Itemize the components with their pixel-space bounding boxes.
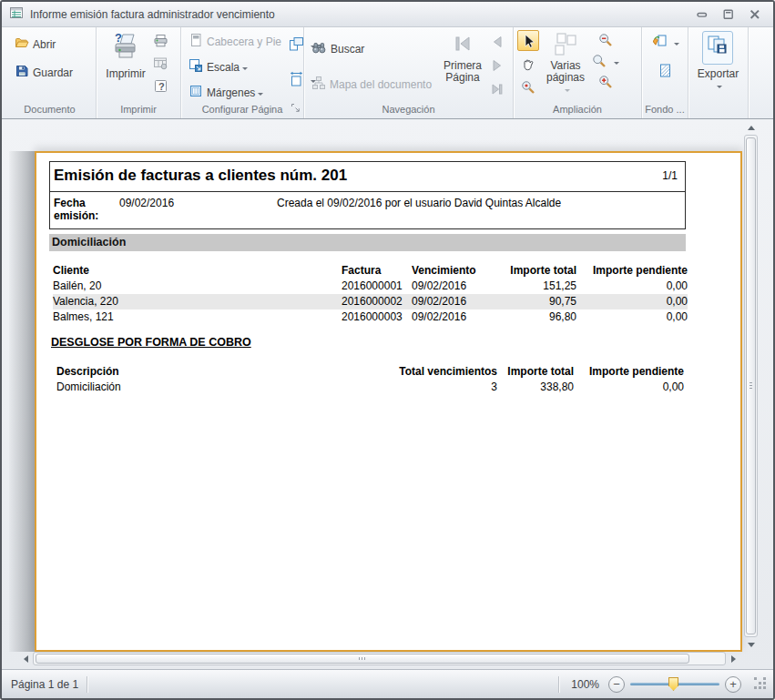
search-button[interactable]: Buscar (308, 38, 437, 60)
paint-bucket-page-icon (651, 33, 668, 52)
next-page-button (488, 56, 506, 75)
window-title: Informe emisión factura administrador ve… (30, 8, 696, 21)
zoom-decrease-button[interactable]: − (608, 676, 625, 693)
orientation-icon (289, 36, 304, 55)
first-page-icon (452, 33, 474, 57)
group-label-fondo: Fondo ... (642, 103, 688, 118)
save-button[interactable]: Guardar (11, 62, 92, 83)
report-created-text: Creada el 09/02/2016 por el usuario Davi… (277, 197, 561, 222)
vertical-scrollbar[interactable] (743, 121, 759, 651)
scroll-down-arrow[interactable] (743, 638, 759, 651)
zoom-percent: 100% (571, 678, 599, 691)
horizontal-scroll-thumb[interactable] (36, 654, 689, 664)
report-page-indicator: 1/1 (662, 169, 678, 182)
invoices-table: Cliente Factura Vencimiento Importe tota… (53, 263, 688, 325)
ribbon-group-configurar: Cabecera y Pie Escala Márgenes (180, 27, 303, 118)
zoom-level-button[interactable] (592, 54, 619, 69)
table-row: Balmes, 121 2016000003 09/02/2016 96,80 … (53, 309, 688, 325)
last-page-button (488, 80, 506, 98)
group-label-ampliacion: Ampliación (514, 103, 641, 118)
watermark-color-button[interactable] (649, 33, 681, 52)
page-shadow (9, 151, 35, 652)
report-header-box: Emisión de facturas a clientes núm. 201 … (49, 161, 686, 229)
zoom-tool-button[interactable] (517, 77, 539, 98)
preview-area: Emisión de facturas a clientes núm. 201 … (2, 119, 773, 669)
margins-icon (189, 84, 203, 101)
report-title: Emisión de facturas a clientes núm. 201 (54, 167, 662, 185)
ribbon-toolbar: Abrir Guardar Documento ? Imprimir ? (2, 27, 773, 119)
section-desglose: DESGLOSE POR FORMA DE COBRO (51, 336, 251, 349)
section-domiciliacion: Domiciliación (49, 234, 686, 251)
header-footer-button: Cabecera y Pie (185, 31, 285, 52)
floppy-disk-icon (15, 64, 29, 81)
ribbon-filler (748, 27, 773, 118)
header-footer-icon (189, 33, 203, 50)
statusbar-separator (87, 676, 87, 693)
summary-table: Descripción Total vencimientos Importe t… (53, 364, 684, 395)
vertical-scroll-track[interactable] (744, 135, 758, 637)
resize-grip[interactable] (754, 677, 768, 691)
status-bar: Página 1 de 1 100% − + (2, 669, 773, 698)
horizontal-scroll-track[interactable] (33, 652, 726, 665)
quick-print-button[interactable] (151, 31, 170, 50)
ribbon-group-fondo: Fondo ... (641, 27, 688, 118)
summary-table-header: Descripción Total vencimientos Importe t… (53, 364, 684, 380)
multiple-pages-icon (552, 32, 579, 60)
scale-button[interactable]: Escala (185, 56, 285, 77)
fecha-emision-label: Fecha emisión: (54, 197, 119, 222)
document-map-button: Mapa del documento (308, 74, 437, 95)
page-setup-icon-button (151, 54, 170, 73)
ribbon-group-documento: Abrir Guardar Documento (4, 27, 96, 118)
ribbon-group-ampliacion: Varias páginas Ampliación (513, 27, 641, 118)
table-row: Valencia, 220 2016000002 09/02/2016 90,7… (53, 294, 688, 309)
title-bar: Informe emisión factura administrador ve… (2, 2, 773, 27)
page-info: Página 1 de 1 (11, 678, 78, 691)
vertical-scroll-thumb[interactable] (746, 137, 756, 634)
ribbon-group-navegacion: Buscar Mapa del documento Primera Página (303, 27, 513, 118)
statusbar-separator (558, 676, 559, 693)
group-label-imprimir: Imprimir (97, 103, 180, 118)
table-row: Domiciliación 3 338,80 0,00 (53, 380, 684, 395)
open-folder-icon (15, 36, 29, 53)
zoom-slider[interactable] (630, 683, 719, 685)
minimize-button[interactable] (696, 8, 708, 20)
scroll-right-arrow[interactable] (728, 655, 739, 663)
zoom-out-button[interactable] (592, 31, 619, 50)
export-button[interactable]: Exportar (694, 29, 742, 103)
app-window: Informe emisión factura administrador ve… (0, 0, 775, 700)
zoom-slider-thumb[interactable] (668, 677, 678, 691)
app-icon (9, 5, 24, 24)
close-button[interactable] (749, 8, 760, 20)
scale-icon (189, 58, 203, 76)
fecha-emision-value: 09/02/2016 (119, 197, 277, 222)
scroll-up-arrow[interactable] (743, 121, 759, 134)
margins-button[interactable]: Márgenes (185, 82, 285, 103)
watermark-button[interactable] (656, 61, 675, 80)
print-button[interactable]: ? Imprimir (100, 29, 151, 103)
hand-tool-button[interactable] (517, 54, 539, 75)
invoices-table-header: Cliente Factura Vencimiento Importe tota… (53, 263, 688, 279)
binoculars-icon (311, 40, 327, 58)
previous-page-button (488, 33, 506, 51)
group-label-documento: Documento (4, 103, 96, 118)
ribbon-group-imprimir: ? Imprimir ? Imprimir (96, 27, 180, 118)
group-label-navegacion: Navegación (304, 103, 513, 118)
pointer-tool-button[interactable] (517, 30, 539, 51)
horizontal-scrollbar[interactable] (20, 651, 739, 666)
zoom-increase-button[interactable]: + (725, 676, 741, 693)
svg-text:?: ? (115, 31, 122, 45)
printer-question-icon: ? (110, 31, 141, 65)
print-options-button[interactable]: ? (151, 76, 170, 96)
ribbon-group-exportar: Exportar (688, 27, 748, 118)
scroll-left-arrow[interactable] (20, 655, 31, 663)
svg-text:?: ? (158, 81, 165, 92)
restore-button[interactable] (722, 8, 734, 20)
open-button[interactable]: Abrir (11, 34, 92, 55)
group-label-configurar: Configurar Página (181, 103, 303, 118)
paper-size-icon (289, 71, 304, 89)
table-row: Bailén, 20 2016000001 09/02/2016 151,25 … (53, 279, 688, 294)
dialog-launcher-icon[interactable] (291, 100, 301, 117)
zoom-in-button[interactable] (592, 73, 619, 92)
first-page-button: Primera Página (437, 29, 488, 103)
document-map-icon (311, 76, 326, 93)
